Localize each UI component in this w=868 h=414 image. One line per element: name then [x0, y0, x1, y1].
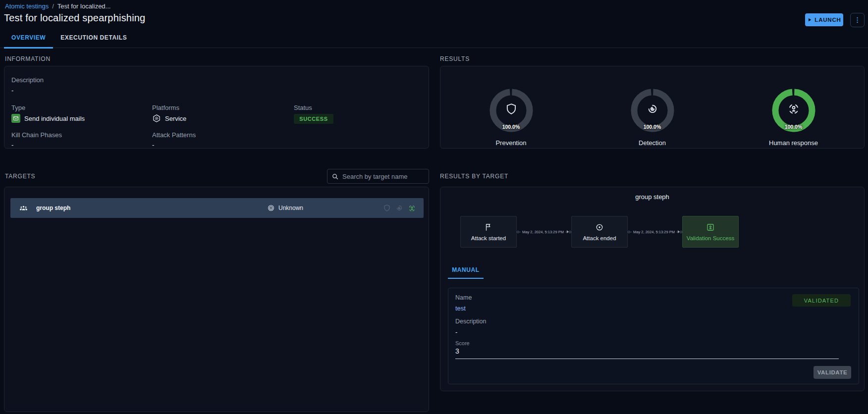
timeline-step-label: Attack started — [471, 235, 506, 241]
type-label: Type — [11, 104, 25, 111]
results-by-target-panel: group steph Attack started May 2, 2024, … — [440, 187, 865, 391]
results-by-target-section-title: RESULTS BY TARGET — [440, 173, 508, 180]
group-icon — [19, 204, 28, 213]
expectation-name-label: Name — [455, 294, 472, 301]
target-platform: Unknown — [267, 204, 303, 212]
expectation-card: Name test VALIDATED Description - Score … — [448, 288, 859, 384]
kebab-menu-button[interactable] — [850, 13, 865, 27]
results-section-title: RESULTS — [440, 55, 470, 62]
validate-button[interactable]: VALIDATE — [814, 366, 851, 379]
results-panel: 100.0% Prevention 100.0% Detection — [440, 66, 865, 149]
atomic-testing-page: Atomic testings/Test for localized... Te… — [0, 0, 868, 414]
play-icon — [807, 17, 812, 22]
type-value-row: Send individual mails — [11, 114, 85, 123]
description-value: - — [11, 87, 13, 94]
timeline-connector: May 2, 2024, 5:13:29 PM — [517, 230, 571, 234]
unknown-platform-icon — [267, 204, 275, 212]
breadcrumb-current: Test for localized... — [57, 2, 111, 10]
validated-badge: VALIDATED — [792, 294, 851, 307]
kill-chain-phases-value: - — [11, 141, 13, 149]
attack-patterns-label: Attack Patterns — [152, 131, 196, 139]
target-dot-icon — [595, 223, 604, 232]
search-icon — [331, 173, 339, 180]
information-panel: Description - Type Send individual mails… — [4, 66, 429, 149]
score-input[interactable] — [455, 347, 839, 359]
target-name: group steph — [36, 205, 70, 211]
status-label: Status — [294, 104, 312, 111]
page-title: Test for localized spearphishing — [4, 12, 145, 24]
target-platform-label: Unknown — [278, 205, 303, 211]
target-row[interactable]: group steph Unknown — [10, 198, 424, 218]
email-icon — [11, 114, 20, 123]
attack-patterns-value: - — [152, 141, 154, 149]
timeline-step-attack-started: Attack started — [460, 216, 517, 248]
prevention-score: 100.0% — [489, 124, 533, 130]
launch-button-label: LAUNCH — [814, 17, 841, 23]
timeline-connector: May 2, 2024, 5:13:29 PM — [628, 230, 682, 234]
results-target-name: group steph — [440, 193, 864, 201]
person-scan-icon — [408, 204, 416, 212]
shield-icon — [505, 103, 518, 115]
timeline-step-label: Validation Success — [687, 235, 734, 241]
targets-panel: group steph Unknown — [4, 187, 429, 412]
platforms-value-row: Service — [152, 114, 186, 123]
target-result-icons — [383, 204, 416, 212]
score-label: Score — [455, 340, 470, 346]
timeline-step-label: Attack ended — [583, 235, 616, 241]
timeline-step-attack-ended: Attack ended — [571, 216, 628, 248]
flag-icon — [484, 223, 493, 232]
target-search — [327, 169, 429, 184]
detection-score: 100.0% — [631, 124, 674, 130]
detection-label: Detection — [639, 139, 666, 147]
information-section-title: INFORMATION — [5, 55, 51, 62]
tab-bar: OVERVIEW EXECUTION DETAILS — [0, 27, 868, 48]
timeline-date: May 2, 2024, 5:13:29 PM — [632, 230, 676, 234]
validation-person-icon — [706, 223, 715, 232]
timeline-step-validation-success: Validation Success — [682, 216, 739, 248]
breadcrumb-separator: / — [52, 2, 54, 10]
prevention-label: Prevention — [495, 139, 526, 147]
kebab-menu-icon — [854, 16, 861, 24]
human-response-gauge: 100.0% Human response — [723, 66, 864, 148]
description-label: Description — [11, 76, 44, 84]
platforms-value: Service — [165, 115, 186, 122]
shield-icon — [383, 204, 391, 212]
radar-icon — [395, 204, 403, 212]
type-value: Send individual mails — [24, 115, 85, 122]
tab-execution-details[interactable]: EXECUTION DETAILS — [53, 27, 134, 48]
person-scan-icon — [787, 102, 800, 115]
attack-timeline: Attack started May 2, 2024, 5:13:29 PM A… — [460, 216, 739, 248]
status-badge: SUCCESS — [294, 114, 333, 124]
detection-gauge: 100.0% Detection — [582, 66, 723, 148]
human-response-label: Human response — [769, 139, 818, 147]
service-hexagon-gear-icon — [152, 114, 161, 123]
timeline-date: May 2, 2024, 5:13:29 PM — [521, 230, 565, 234]
human-response-score: 100.0% — [772, 124, 815, 130]
kill-chain-phases-label: Kill Chain Phases — [11, 131, 62, 139]
expectation-name-value: test — [455, 305, 466, 312]
expectation-description-label: Description — [455, 318, 487, 325]
prevention-gauge: 100.0% Prevention — [440, 66, 582, 148]
launch-button[interactable]: LAUNCH — [805, 13, 843, 26]
search-input[interactable] — [342, 173, 430, 180]
platforms-label: Platforms — [152, 104, 179, 111]
breadcrumb-root-link[interactable]: Atomic testings — [5, 2, 49, 10]
targets-section-title: TARGETS — [5, 173, 35, 180]
breadcrumb: Atomic testings/Test for localized... — [5, 2, 110, 10]
radar-icon — [646, 103, 659, 115]
expectation-description-value: - — [455, 328, 457, 336]
tab-overview[interactable]: OVERVIEW — [4, 27, 53, 48]
tab-manual[interactable]: MANUAL — [448, 266, 484, 279]
